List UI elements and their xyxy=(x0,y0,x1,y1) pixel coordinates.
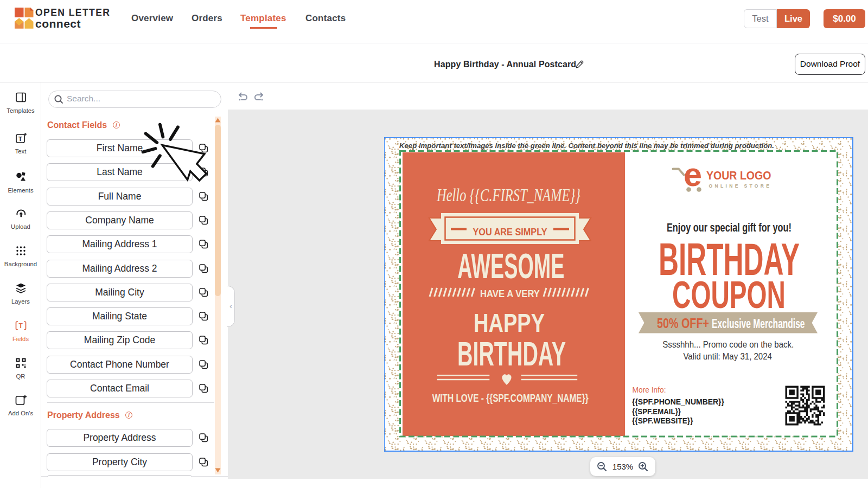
svg-text:YOUR LOGO: YOUR LOGO xyxy=(706,169,771,182)
svg-text:{{SPF.PHONE_NUMBER}}: {{SPF.PHONE_NUMBER}} xyxy=(632,397,724,406)
svg-text:Keep important text/images ins: Keep important text/images inside the gr… xyxy=(399,142,774,150)
svg-text:Sssshhh... Promo code on the b: Sssshhh... Promo code on the back. xyxy=(662,339,794,349)
svg-text:More Info:: More Info: xyxy=(633,385,666,394)
svg-text:BIRTHDAY: BIRTHDAY xyxy=(457,335,566,373)
svg-text:50% OFF+: 50% OFF+ xyxy=(657,316,709,331)
svg-text:Valid until: May 31, 2024: Valid until: May 31, 2024 xyxy=(683,351,772,361)
svg-text:{{SPF.WEBSITE}}: {{SPF.WEBSITE}} xyxy=(632,416,693,425)
svg-text:YOU ARE SIMPLY: YOU ARE SIMPLY xyxy=(473,226,547,237)
svg-text:HAPPY: HAPPY xyxy=(474,309,545,337)
svg-text:{{SPF.EMAIL}}: {{SPF.EMAIL}} xyxy=(632,407,681,416)
svg-text:Enjoy our special gift for you: Enjoy our special gift for you! xyxy=(667,221,792,234)
svg-text:Exclusive Merchandise: Exclusive Merchandise xyxy=(712,317,805,331)
svg-text:WITH LOVE - {{SPF.COMPANY_NAME: WITH LOVE - {{SPF.COMPANY_NAME}} xyxy=(432,392,589,404)
svg-text:COUPON: COUPON xyxy=(672,274,786,316)
svg-text:HAVE A VERY: HAVE A VERY xyxy=(480,288,540,299)
svg-text:Hello {{C.FIRST_NAME}}: Hello {{C.FIRST_NAME}} xyxy=(436,185,580,205)
svg-text:AWESOME: AWESOME xyxy=(457,247,564,286)
